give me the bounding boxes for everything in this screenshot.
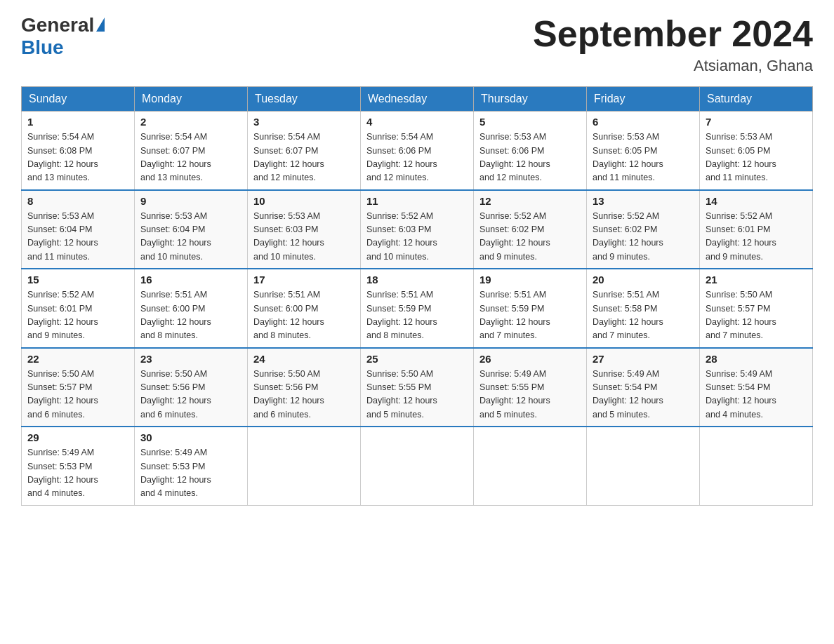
day-number: 8 <box>27 195 128 207</box>
day-number: 27 <box>593 353 694 365</box>
day-number: 5 <box>479 116 581 128</box>
calendar-cell: 14Sunrise: 5:52 AM Sunset: 6:01 PM Dayli… <box>700 190 813 269</box>
calendar-cell: 26Sunrise: 5:49 AM Sunset: 5:55 PM Dayli… <box>474 348 587 427</box>
calendar-cell <box>361 427 474 505</box>
day-info: Sunrise: 5:49 AM Sunset: 5:53 PM Dayligh… <box>27 446 128 501</box>
day-number: 18 <box>366 274 468 286</box>
day-info: Sunrise: 5:49 AM Sunset: 5:55 PM Dayligh… <box>479 368 581 422</box>
day-number: 14 <box>706 195 807 207</box>
calendar-cell: 27Sunrise: 5:49 AM Sunset: 5:54 PM Dayli… <box>587 348 700 427</box>
logo: General Blue <box>21 14 105 59</box>
day-number: 29 <box>27 431 128 443</box>
calendar-cell <box>474 427 587 505</box>
calendar-cell <box>587 427 700 505</box>
day-info: Sunrise: 5:51 AM Sunset: 6:00 PM Dayligh… <box>253 288 355 343</box>
location-title: Atsiaman, Ghana <box>533 57 813 75</box>
calendar-cell: 7Sunrise: 5:53 AM Sunset: 6:05 PM Daylig… <box>700 112 813 190</box>
logo-blue-text: Blue <box>21 36 105 59</box>
day-number: 28 <box>706 353 807 365</box>
day-number: 10 <box>253 195 355 207</box>
calendar-cell: 17Sunrise: 5:51 AM Sunset: 6:00 PM Dayli… <box>248 269 361 348</box>
day-info: Sunrise: 5:49 AM Sunset: 5:54 PM Dayligh… <box>706 368 807 422</box>
calendar-cell: 12Sunrise: 5:52 AM Sunset: 6:02 PM Dayli… <box>474 190 587 269</box>
calendar-cell: 23Sunrise: 5:50 AM Sunset: 5:56 PM Dayli… <box>135 348 248 427</box>
calendar-cell: 21Sunrise: 5:50 AM Sunset: 5:57 PM Dayli… <box>700 269 813 348</box>
weekday-header-friday: Friday <box>587 87 700 112</box>
day-info: Sunrise: 5:53 AM Sunset: 6:05 PM Dayligh… <box>593 130 694 185</box>
weekday-header-thursday: Thursday <box>474 87 587 112</box>
day-number: 24 <box>253 353 355 365</box>
calendar-cell: 9Sunrise: 5:53 AM Sunset: 6:04 PM Daylig… <box>135 190 248 269</box>
calendar-cell: 25Sunrise: 5:50 AM Sunset: 5:55 PM Dayli… <box>361 348 474 427</box>
calendar-cell: 20Sunrise: 5:51 AM Sunset: 5:58 PM Dayli… <box>587 269 700 348</box>
weekday-header-sunday: Sunday <box>22 87 135 112</box>
calendar-week-row: 29Sunrise: 5:49 AM Sunset: 5:53 PM Dayli… <box>22 427 813 505</box>
calendar-cell <box>248 427 361 505</box>
calendar-cell: 13Sunrise: 5:52 AM Sunset: 6:02 PM Dayli… <box>587 190 700 269</box>
weekday-header-wednesday: Wednesday <box>361 87 474 112</box>
day-info: Sunrise: 5:51 AM Sunset: 5:58 PM Dayligh… <box>593 288 694 343</box>
calendar-cell: 24Sunrise: 5:50 AM Sunset: 5:56 PM Dayli… <box>248 348 361 427</box>
day-number: 22 <box>27 353 128 365</box>
calendar-cell: 8Sunrise: 5:53 AM Sunset: 6:04 PM Daylig… <box>22 190 135 269</box>
calendar-cell: 2Sunrise: 5:54 AM Sunset: 6:07 PM Daylig… <box>135 112 248 190</box>
day-info: Sunrise: 5:53 AM Sunset: 6:04 PM Dayligh… <box>140 210 241 264</box>
day-info: Sunrise: 5:50 AM Sunset: 5:57 PM Dayligh… <box>706 288 807 343</box>
day-number: 11 <box>366 195 468 207</box>
day-info: Sunrise: 5:49 AM Sunset: 5:53 PM Dayligh… <box>140 446 241 501</box>
day-info: Sunrise: 5:52 AM Sunset: 6:03 PM Dayligh… <box>366 210 468 264</box>
weekday-header-monday: Monday <box>135 87 248 112</box>
day-number: 13 <box>593 195 694 207</box>
day-info: Sunrise: 5:54 AM Sunset: 6:06 PM Dayligh… <box>366 130 468 185</box>
logo-triangle-icon <box>96 18 105 32</box>
day-info: Sunrise: 5:51 AM Sunset: 6:00 PM Dayligh… <box>140 288 241 343</box>
day-number: 23 <box>140 353 241 365</box>
day-number: 1 <box>27 116 128 128</box>
day-number: 6 <box>593 116 694 128</box>
day-info: Sunrise: 5:50 AM Sunset: 5:55 PM Dayligh… <box>366 368 468 422</box>
calendar-cell <box>700 427 813 505</box>
day-number: 12 <box>479 195 581 207</box>
logo-general-text: General <box>21 14 94 36</box>
day-info: Sunrise: 5:52 AM Sunset: 6:01 PM Dayligh… <box>706 210 807 264</box>
calendar-cell: 29Sunrise: 5:49 AM Sunset: 5:53 PM Dayli… <box>22 427 135 505</box>
weekday-header-tuesday: Tuesday <box>248 87 361 112</box>
day-info: Sunrise: 5:50 AM Sunset: 5:57 PM Dayligh… <box>27 368 128 422</box>
calendar-cell: 4Sunrise: 5:54 AM Sunset: 6:06 PM Daylig… <box>361 112 474 190</box>
day-number: 9 <box>140 195 241 207</box>
day-number: 20 <box>593 274 694 286</box>
weekday-header-row: SundayMondayTuesdayWednesdayThursdayFrid… <box>22 87 813 112</box>
day-info: Sunrise: 5:53 AM Sunset: 6:06 PM Dayligh… <box>479 130 581 185</box>
day-number: 4 <box>366 116 468 128</box>
calendar-week-row: 8Sunrise: 5:53 AM Sunset: 6:04 PM Daylig… <box>22 190 813 269</box>
day-number: 15 <box>27 274 128 286</box>
day-number: 3 <box>253 116 355 128</box>
day-number: 16 <box>140 274 241 286</box>
calendar-week-row: 22Sunrise: 5:50 AM Sunset: 5:57 PM Dayli… <box>22 348 813 427</box>
calendar-cell: 1Sunrise: 5:54 AM Sunset: 6:08 PM Daylig… <box>22 112 135 190</box>
calendar-cell: 3Sunrise: 5:54 AM Sunset: 6:07 PM Daylig… <box>248 112 361 190</box>
day-info: Sunrise: 5:49 AM Sunset: 5:54 PM Dayligh… <box>593 368 694 422</box>
title-area: September 2024 Atsiaman, Ghana <box>533 14 813 75</box>
day-number: 17 <box>253 274 355 286</box>
day-number: 25 <box>366 353 468 365</box>
day-number: 30 <box>140 431 241 443</box>
page-header: General Blue September 2024 Atsiaman, Gh… <box>21 14 813 75</box>
calendar-cell: 6Sunrise: 5:53 AM Sunset: 6:05 PM Daylig… <box>587 112 700 190</box>
day-info: Sunrise: 5:52 AM Sunset: 6:01 PM Dayligh… <box>27 288 128 343</box>
day-info: Sunrise: 5:54 AM Sunset: 6:08 PM Dayligh… <box>27 130 128 185</box>
calendar-table: SundayMondayTuesdayWednesdayThursdayFrid… <box>21 86 813 506</box>
day-info: Sunrise: 5:54 AM Sunset: 6:07 PM Dayligh… <box>140 130 241 185</box>
day-info: Sunrise: 5:50 AM Sunset: 5:56 PM Dayligh… <box>253 368 355 422</box>
day-info: Sunrise: 5:51 AM Sunset: 5:59 PM Dayligh… <box>479 288 581 343</box>
calendar-cell: 5Sunrise: 5:53 AM Sunset: 6:06 PM Daylig… <box>474 112 587 190</box>
day-info: Sunrise: 5:51 AM Sunset: 5:59 PM Dayligh… <box>366 288 468 343</box>
calendar-week-row: 1Sunrise: 5:54 AM Sunset: 6:08 PM Daylig… <box>22 112 813 190</box>
day-info: Sunrise: 5:53 AM Sunset: 6:04 PM Dayligh… <box>27 210 128 264</box>
weekday-header-saturday: Saturday <box>700 87 813 112</box>
calendar-cell: 30Sunrise: 5:49 AM Sunset: 5:53 PM Dayli… <box>135 427 248 505</box>
day-info: Sunrise: 5:54 AM Sunset: 6:07 PM Dayligh… <box>253 130 355 185</box>
calendar-cell: 22Sunrise: 5:50 AM Sunset: 5:57 PM Dayli… <box>22 348 135 427</box>
calendar-cell: 16Sunrise: 5:51 AM Sunset: 6:00 PM Dayli… <box>135 269 248 348</box>
day-number: 19 <box>479 274 581 286</box>
